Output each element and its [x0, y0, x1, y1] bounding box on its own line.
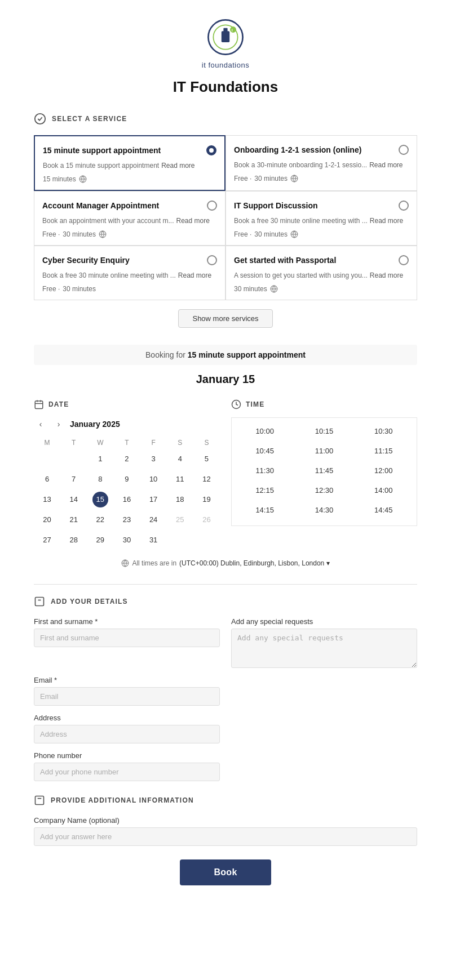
time-column: TIME 10:00 10:15 10:30 10:45 11:00 11:15… [231, 399, 417, 550]
time-slots-container[interactable]: 10:00 10:15 10:30 10:45 11:00 11:15 11:3… [231, 417, 417, 526]
first-surname-group: First and surname * [34, 617, 220, 668]
time-slot-1215[interactable]: 12:15 [236, 482, 293, 499]
cal-day[interactable]: 13 [34, 489, 60, 510]
timezone-note: All times are in (UTC+00:00) Dublin, Edi… [34, 559, 417, 567]
time-slot-1430[interactable]: 14:30 [295, 501, 352, 519]
calendar-month: January 2025 [70, 420, 120, 429]
read-more-6[interactable]: Read more [370, 271, 403, 280]
service-card-1[interactable]: 15 minute support appointment Book a 15 … [34, 135, 226, 191]
email-input[interactable] [34, 687, 220, 706]
time-slot-1200[interactable]: 12:00 [355, 462, 412, 479]
cal-day[interactable]: 12 [193, 469, 220, 489]
time-slot-1415[interactable]: 14:15 [236, 501, 293, 519]
time-slot-1445[interactable]: 14:45 [355, 501, 412, 519]
service-card-3[interactable]: Account Manager Appointment Book an appo… [34, 191, 226, 246]
cal-day[interactable]: 19 [193, 489, 220, 510]
service-card-6[interactable]: Get started with Passportal A session to… [226, 246, 417, 300]
additional-info-label: PROVIDE ADDITIONAL INFORMATION [51, 796, 194, 804]
cal-day[interactable]: 1 [87, 449, 113, 469]
globe-tz-icon [121, 559, 129, 567]
additional-info-header: PROVIDE ADDITIONAL INFORMATION [34, 795, 417, 806]
cal-day[interactable]: 10 [140, 469, 167, 489]
time-row-1: 10:00 10:15 10:30 [236, 422, 412, 440]
read-more-4[interactable]: Read more [370, 216, 403, 226]
cal-day[interactable]: 21 [60, 510, 87, 530]
user-icon [34, 596, 45, 607]
cal-day[interactable]: 29 [87, 530, 113, 550]
time-slot-1015[interactable]: 10:15 [295, 422, 352, 440]
read-more-1[interactable]: Read more [161, 161, 194, 171]
time-slot-1100[interactable]: 11:00 [295, 442, 352, 460]
cal-day[interactable]: 28 [60, 530, 87, 550]
timezone-text: All times are in [132, 559, 176, 567]
cal-day[interactable]: 14 [60, 489, 87, 510]
service-card-2[interactable]: Onboarding 1-2-1 session (online) Book a… [226, 135, 417, 191]
first-surname-input[interactable] [34, 629, 220, 647]
time-slot-1045[interactable]: 10:45 [236, 442, 293, 460]
next-month-button[interactable]: › [52, 417, 65, 431]
cal-day[interactable]: 5 [193, 449, 220, 469]
radio-5 [207, 255, 217, 265]
address-input[interactable] [34, 725, 220, 743]
time-slot-1400[interactable]: 14:00 [355, 482, 412, 499]
cal-week-4: 20 21 22 23 24 25 26 [34, 510, 220, 530]
cal-day[interactable]: 22 [87, 510, 113, 530]
show-more-button[interactable]: Show more services [178, 309, 272, 328]
time-slot-1230[interactable]: 12:30 [295, 482, 352, 499]
cal-day[interactable]: 18 [167, 489, 193, 510]
cal-day-empty [193, 530, 220, 550]
address-group: Address [34, 714, 220, 743]
time-slot-1145[interactable]: 11:45 [295, 462, 352, 479]
add-details-section: ADD YOUR DETAILS First and surname * Add… [34, 596, 417, 781]
prev-month-button[interactable]: ‹ [34, 417, 47, 431]
special-requests-input[interactable] [231, 629, 417, 668]
phone-input[interactable] [34, 763, 220, 781]
cal-day[interactable]: 8 [87, 469, 113, 489]
cal-day[interactable]: 6 [34, 469, 60, 489]
timezone-dropdown[interactable]: (UTC+00:00) Dublin, Edinburgh, Lisbon, L… [179, 559, 330, 567]
cal-day[interactable]: 7 [60, 469, 87, 489]
time-row-5: 14:15 14:30 14:45 [236, 501, 412, 519]
time-label: TIME [246, 400, 264, 408]
globe-icon-1 [79, 175, 87, 183]
read-more-2[interactable]: Read more [369, 161, 403, 170]
cal-day[interactable]: 9 [113, 469, 140, 489]
wd-mon: M [34, 436, 60, 449]
time-slot-1030[interactable]: 10:30 [355, 422, 412, 440]
company-input[interactable] [34, 827, 417, 846]
cal-day[interactable]: 27 [34, 530, 60, 550]
empty-col2 [231, 714, 417, 743]
service-card-4[interactable]: IT Support Discussion Book a free 30 min… [226, 191, 417, 246]
read-more-5[interactable]: Read more [178, 271, 211, 280]
form-row-3: Address [34, 714, 417, 743]
cal-day[interactable]: 30 [113, 530, 140, 550]
read-more-3[interactable]: Read more [176, 216, 209, 226]
service-desc-1: Book a 15 minute support appointment Rea… [43, 161, 216, 171]
time-slot-1115[interactable]: 11:15 [355, 442, 412, 460]
book-button[interactable]: Book [180, 859, 271, 885]
cal-day[interactable]: 4 [167, 449, 193, 469]
cal-day[interactable]: 23 [113, 510, 140, 530]
cal-day[interactable]: 3 [140, 449, 167, 469]
cal-day[interactable]: 11 [167, 469, 193, 489]
service-meta-3: Free · 30 minutes [42, 230, 217, 238]
cal-day[interactable]: 25 [167, 510, 193, 530]
cal-day[interactable]: 31 [140, 530, 167, 550]
cal-day[interactable]: 16 [113, 489, 140, 510]
time-slot-1000[interactable]: 10:00 [236, 422, 293, 440]
service-card-5[interactable]: Cyber Security Enquiry Book a free 30 mi… [34, 246, 226, 300]
cal-day-selected[interactable]: 15 [87, 489, 113, 510]
service-title-6: Get started with Passportal [234, 255, 399, 265]
cal-day[interactable]: 24 [140, 510, 167, 530]
cal-day[interactable]: 17 [140, 489, 167, 510]
svg-rect-17 [35, 401, 43, 409]
svg-rect-24 [36, 597, 44, 605]
logo-section: i it foundations [34, 17, 417, 69]
cal-day[interactable]: 20 [34, 510, 60, 530]
svg-rect-3 [223, 28, 227, 32]
cal-day[interactable]: 2 [113, 449, 140, 469]
time-slot-1130[interactable]: 11:30 [236, 462, 293, 479]
cal-week-1: 1 2 3 4 5 [34, 449, 220, 469]
radio-1 [206, 145, 216, 155]
cal-day[interactable]: 26 [193, 510, 220, 530]
